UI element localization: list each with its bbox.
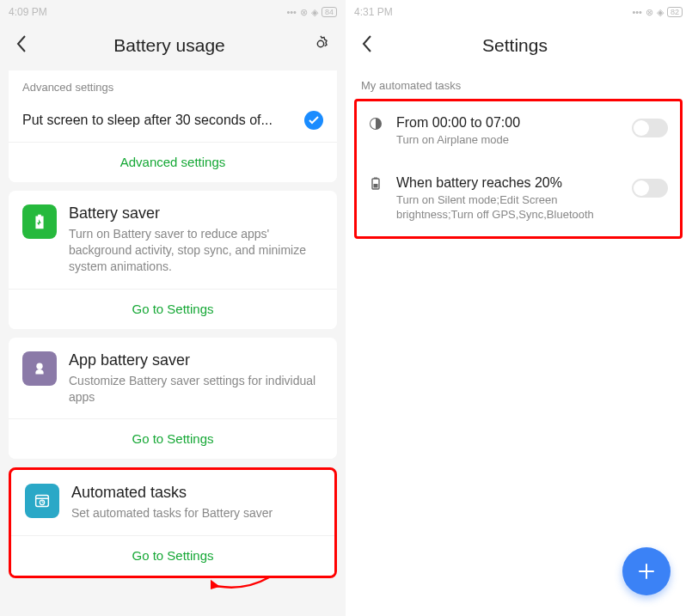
status-icons: ••• ⊗ ◈ 84 [286,7,337,18]
gear-icon[interactable] [311,34,330,57]
automated-tasks-icon [25,484,59,518]
task-toggle[interactable] [632,119,668,137]
battery-level: 82 [667,7,683,17]
battery-saver-title: Battery saver [69,204,323,223]
add-task-fab[interactable] [622,547,671,595]
app-battery-saver-card: App battery saver Customize Battery save… [9,338,337,460]
advanced-section-label: Advanced settings [9,70,337,99]
plus-icon [637,562,656,581]
navbar: Settings [346,24,691,67]
automated-tasks-title: Automated tasks [71,484,321,502]
automated-tasks-settings-screen: 4:31 PM ••• ⊗ ◈ 82 Settings My automated… [346,0,691,616]
task-row[interactable]: When battery reaches 20% Turn on Silent … [357,162,680,236]
task-title: From 00:00 to 07:00 [396,115,622,131]
sleep-setting-row[interactable]: Put screen to sleep after 30 seconds of.… [9,99,337,142]
status-bar: 4:31 PM ••• ⊗ ◈ 82 [346,0,691,24]
battery-saver-card: Battery saver Turn on Battery saver to r… [9,191,337,329]
automated-tasks-link[interactable]: Go to Settings [11,535,334,576]
check-icon [304,111,323,130]
task-list: From 00:00 to 07:00 Turn on Airplane mod… [354,99,683,239]
app-battery-saver-icon [22,351,57,386]
my-tasks-label: My automated tasks [346,67,691,99]
battery-saver-desc: Turn on Battery saver to reduce apps' ba… [69,226,323,275]
app-battery-saver-link[interactable]: Go to Settings [9,418,337,459]
battery-saver-icon [22,204,57,239]
automated-tasks-card: Automated tasks Set automated tasks for … [9,467,337,578]
status-time: 4:31 PM [354,6,393,18]
status-bar: 4:09 PM ••• ⊗ ◈ 84 [0,0,346,24]
app-battery-saver-desc: Customize Battery saver settings for ind… [69,373,323,406]
back-icon[interactable] [361,34,373,57]
battery-usage-screen: 4:09 PM ••• ⊗ ◈ 84 Battery usage Advance… [0,0,346,616]
task-title: When battery reaches 20% [396,175,622,191]
task-row[interactable]: From 00:00 to 07:00 Turn on Airplane mod… [357,101,680,162]
svg-rect-8 [374,184,378,188]
back-icon[interactable] [15,34,28,57]
app-battery-saver-title: App battery saver [69,351,323,369]
task-desc: Turn on Silent mode;Edit Screen brightne… [396,192,622,223]
advanced-settings-link[interactable]: Advanced settings [9,142,337,182]
battery-level: 84 [322,7,337,17]
battery-saver-link[interactable]: Go to Settings [9,289,337,329]
svg-point-0 [36,363,42,369]
svg-rect-7 [374,177,377,179]
advanced-settings-card: Advanced settings Put screen to sleep af… [9,70,337,182]
page-title: Settings [482,35,548,56]
task-desc: Turn on Airplane mode [396,132,622,148]
battery-icon [369,177,386,194]
automated-tasks-desc: Set automated tasks for Battery saver [71,505,321,521]
status-time: 4:09 PM [9,6,47,18]
status-icons: ••• ⊗ ◈ 82 [632,7,683,18]
sleep-setting-text: Put screen to sleep after 30 seconds of.… [22,113,297,128]
task-toggle[interactable] [632,179,668,198]
page-title: Battery usage [113,35,225,56]
navbar: Battery usage [0,24,346,67]
moon-icon [369,117,386,134]
